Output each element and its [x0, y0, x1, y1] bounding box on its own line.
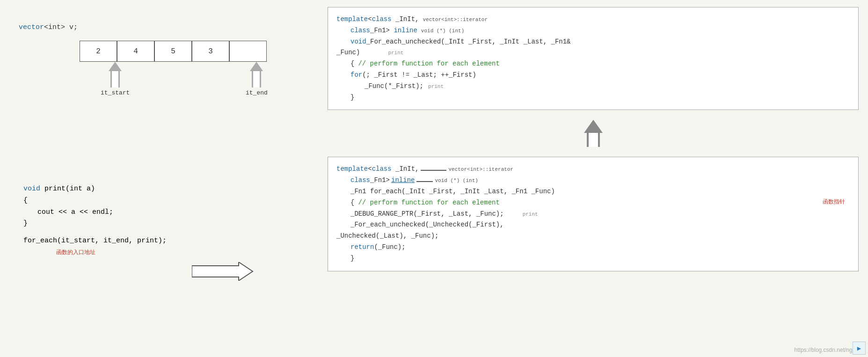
array-cell-3: 3 [192, 41, 229, 62]
lower-kw-class2: class [350, 175, 370, 186]
upper-l2-small: void (*) (int) [421, 27, 464, 36]
upper-l7-sub: print [428, 82, 444, 91]
up-arrow-between [328, 119, 859, 147]
func-signature: print(int a) [44, 185, 95, 193]
upper-l4-text: _Func) [336, 47, 360, 58]
main-container: vector<int> v; 2 4 5 3 it_start it_end [0, 0, 868, 357]
lower-l1-dash [421, 170, 446, 171]
array-cell-4 [229, 41, 267, 62]
lower-l2-small: void (*) (int) [435, 176, 478, 185]
func-line-2: { [23, 195, 299, 207]
upper-kw-void: void [350, 36, 366, 48]
upper-l4-sub: print [388, 49, 403, 58]
it-start-label: it_start [101, 89, 130, 96]
lower-line-8: return (_Func); [350, 242, 850, 253]
big-up-arrow [584, 120, 603, 147]
lower-l2-dash [416, 181, 433, 182]
func-addr-text: 函数的入口地址 [56, 249, 95, 256]
lower-l5-text: _DEBUG_RANGE_PTR(_First, _Last, _Func); [350, 209, 504, 220]
svg-marker-0 [192, 262, 253, 281]
type-param: <int> [44, 23, 65, 31]
lower-l1-small: vector<int>::iterator [448, 165, 513, 174]
upper-code-box: template <class _InIt, vector<int>::iter… [328, 7, 859, 110]
for-each-line: for_each(it_start, it_end, print); [23, 235, 299, 247]
upper-line-7: _Func(*_First); print [365, 81, 850, 92]
vector-declaration: vector<int> v; [19, 23, 299, 31]
kw-void: void [23, 185, 40, 193]
it-end-shaft [252, 71, 261, 87]
keyword-vector: vector [19, 23, 44, 31]
array-cell-0: 2 [80, 41, 117, 62]
upper-l7-text: _Func(*_First); [365, 81, 423, 92]
lower-l3-text: _Fn1 for_each(_InIt _First, _InIt _Last,… [350, 186, 555, 197]
lower-l7-text: _Unchecked(_Last), _Func); [336, 231, 438, 242]
lower-l2-text: _Fn1> [370, 175, 390, 186]
lower-l4-brace: { [350, 197, 354, 209]
upper-kw-class: class [350, 25, 370, 36]
var-name: v; [69, 23, 78, 31]
upper-l8-text: } [350, 92, 354, 103]
for-each-call: for_each(it_start, it_end, print); [23, 237, 167, 245]
left-panel: vector<int> v; 2 4 5 3 it_start it_end [0, 0, 318, 357]
array-cell-2: 5 [154, 41, 192, 62]
it-start-arrowhead [109, 62, 122, 71]
lower-l6-text: _For_each_unchecked(_Unchecked(_First), [350, 219, 504, 231]
lower-l9-text: } [350, 253, 354, 264]
upper-kw-template: template [336, 14, 368, 25]
upper-comment: // perform function for each element [358, 58, 499, 70]
it-end-label: it_end [246, 89, 268, 96]
func-line-3: cout << a << endl; [37, 207, 299, 219]
upper-line-1: template <class _InIt, vector<int>::iter… [336, 14, 850, 25]
upper-l2-text: _Fn1> inline [370, 25, 417, 36]
lower-comment: // perform function for each element [358, 197, 499, 209]
upper-line-3: void _For_each_unchecked(_InIt _First, _… [350, 36, 850, 48]
lower-kw-return: return [350, 242, 374, 253]
func-line-1: void print(int a) [23, 183, 299, 195]
lower-line-1: template <class _InIt, vector<int>::iter… [336, 164, 850, 175]
upper-l1-text: <class _InIt, [368, 14, 419, 25]
lower-line-5: _DEBUG_RANGE_PTR(_First, _Last, _Func); … [350, 209, 850, 220]
lower-l4-sub: 函数指针 [823, 197, 845, 207]
upper-l3-text: _For_each_unchecked(_InIt _First, _InIt … [366, 36, 571, 48]
array-cell-1: 4 [117, 41, 154, 62]
array-visualization: 2 4 5 3 [80, 41, 299, 62]
lower-line-3: _Fn1 for_each(_InIt _First, _InIt _Last,… [350, 186, 850, 197]
lower-line-7: _Unchecked(_Last), _Func); [336, 231, 850, 242]
upper-l6-text: (; _First != _Last; ++_First) [362, 70, 476, 81]
upper-line-4: _Func) print [336, 47, 850, 58]
upper-line-6: for (; _First != _Last; ++_First) [350, 70, 850, 81]
lower-kw-template: template [336, 164, 368, 175]
lower-l5-sub: print [523, 210, 538, 219]
lower-code-box: template <class _InIt, vector<int>::iter… [328, 157, 859, 271]
lower-kw-inline: inline [391, 175, 415, 186]
it-end-arrowhead [250, 62, 263, 71]
right-panel: template <class _InIt, vector<int>::iter… [318, 0, 868, 357]
lower-l8-text: (_Func); [374, 242, 405, 253]
right-arrow-container [192, 262, 257, 283]
it-end-arrow: it_end [246, 62, 268, 96]
upper-line-8: } [350, 92, 850, 103]
lower-line-9: } [350, 253, 850, 264]
function-code-block: void print(int a) { cout << a << endl; }… [23, 183, 299, 259]
upper-line-2: class _Fn1> inline void (*) (int) [350, 25, 850, 36]
lower-line-2: class _Fn1> inline void (*) (int) [350, 175, 850, 186]
lower-line-4: { // perform function for each element 函… [350, 197, 850, 209]
upper-line-5: { // perform function for each element [350, 58, 850, 70]
upper-l1-small: vector<int>::iterator [423, 15, 488, 24]
it-start-arrow: it_start [101, 62, 130, 96]
func-addr-label: 函数的入口地址 [56, 247, 299, 259]
func-line-4: } [23, 218, 299, 230]
upper-l5-brace: { [350, 58, 354, 70]
iterator-arrows-area: it_start it_end [80, 62, 299, 104]
upper-kw-for: for [350, 70, 362, 81]
lower-line-6: _For_each_unchecked(_Unchecked(_First), [350, 219, 850, 231]
lower-l1-text: <class _InIt, [368, 164, 419, 175]
right-arrow-svg [192, 262, 257, 281]
arrow-head [584, 120, 603, 133]
it-start-shaft [110, 71, 120, 87]
arrow-shaft [587, 133, 600, 147]
play-button[interactable] [853, 342, 866, 355]
